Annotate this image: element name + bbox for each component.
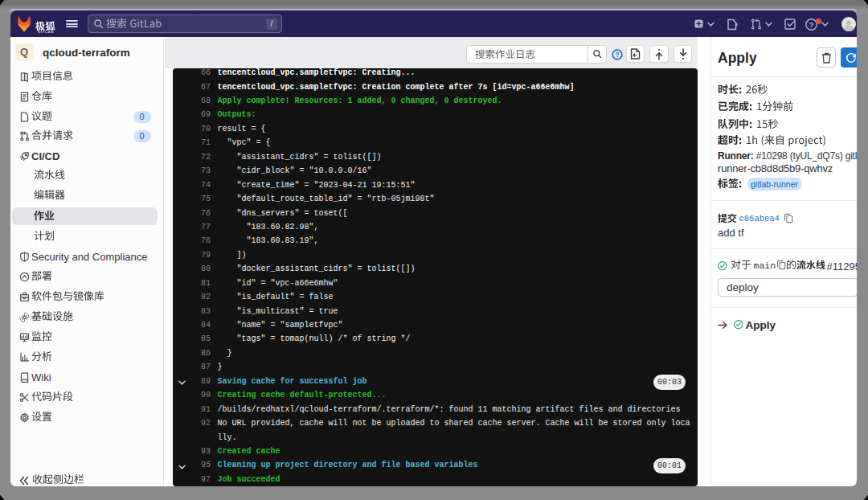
svg-text:?: ? — [809, 19, 814, 28]
svg-text:?: ? — [615, 51, 619, 59]
